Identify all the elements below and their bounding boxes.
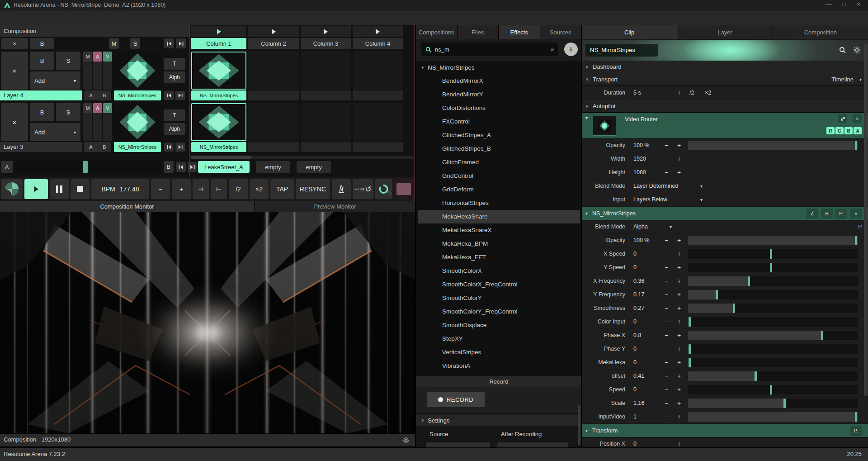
audio-toggle[interactable]: A (93, 103, 102, 113)
clip-slot-active[interactable] (191, 103, 246, 141)
deck-tab[interactable]: empty (297, 161, 331, 173)
search-icon[interactable] (839, 46, 846, 55)
beat-loop-button[interactable]: ↻ (375, 179, 392, 199)
effect-bypass-button[interactable]: B (821, 209, 833, 219)
parameter-value[interactable]: Alpha (633, 220, 648, 233)
video-toggle[interactable]: V (103, 52, 112, 62)
param-animation-button[interactable]: P. (859, 220, 863, 233)
parameter-slider[interactable] (688, 290, 858, 299)
assign-a-button[interactable]: A (89, 93, 92, 98)
increase-button[interactable]: + (674, 302, 684, 315)
clip-slot-empty[interactable] (301, 103, 351, 141)
properties-tab[interactable]: Layer (677, 25, 772, 39)
resync-button[interactable]: RESYNC (296, 179, 330, 199)
prev-column-button[interactable] (164, 38, 174, 48)
slider-handle[interactable] (821, 331, 823, 340)
parameter-value[interactable]: 0 (633, 261, 637, 274)
increase-button[interactable]: + (674, 261, 684, 274)
parameter-value[interactable]: 0.36 (633, 275, 644, 288)
deck-tab[interactable]: LeakeStreet_A (198, 161, 250, 173)
properties-scrollbar[interactable] (864, 43, 868, 396)
increase-button[interactable]: + (674, 288, 684, 301)
effect-list-item[interactable]: SmoothColorY_FreqControl (418, 305, 580, 318)
column-header[interactable]: Column 1 (191, 38, 246, 49)
deck-tab[interactable]: empty (256, 161, 290, 173)
channel-a-toggle[interactable]: A (854, 127, 862, 134)
decrease-button[interactable]: − (661, 397, 671, 410)
next-clip-button[interactable] (175, 91, 185, 100)
decrease-button[interactable]: − (661, 247, 671, 261)
clip-name-field[interactable]: NS_MirrorStripes (585, 44, 658, 57)
section-transport[interactable]: ▾ Transport Timeline ▾ (582, 73, 868, 86)
assign-a-button[interactable]: A (89, 144, 92, 150)
decrease-button[interactable]: − (661, 383, 671, 396)
slider-handle[interactable] (855, 412, 857, 422)
clip-name-empty[interactable] (353, 142, 403, 152)
effect-list-item[interactable]: HorizontalStripes (418, 196, 580, 210)
decrease-button[interactable]: − (661, 437, 671, 447)
layer-name[interactable]: Layer 4 (0, 90, 82, 100)
clip-name-empty[interactable] (353, 90, 403, 100)
clip-slot-empty[interactable] (353, 103, 403, 141)
browser-tab[interactable]: Sources (540, 25, 581, 39)
increase-button[interactable]: + (674, 370, 684, 383)
mute-toggle[interactable]: M (83, 52, 92, 62)
increase-button[interactable]: + (674, 247, 684, 261)
clip-name-empty[interactable] (248, 142, 299, 152)
slider-handle[interactable] (855, 141, 857, 150)
pause-button[interactable] (50, 179, 69, 199)
parameter-slider[interactable] (688, 317, 858, 327)
effect-list-item[interactable]: MekaHexa_BPM (418, 237, 580, 251)
parameter-value[interactable]: 0 (633, 383, 637, 396)
parameter-value[interactable]: 1080 (633, 166, 646, 179)
parameter-value[interactable]: Layer Determined (633, 180, 678, 193)
parameter-slider[interactable] (688, 344, 858, 354)
effect-list-item[interactable]: ColorDistortions (418, 101, 580, 115)
parameter-value[interactable]: 100 % (633, 234, 649, 247)
parameter-slider[interactable] (688, 249, 858, 259)
crossfader-a-button[interactable]: A (1, 161, 13, 173)
parameter-slider[interactable] (688, 358, 858, 367)
column-play-button[interactable] (248, 26, 299, 37)
slider-handle[interactable] (855, 236, 857, 245)
layer-solo-button[interactable]: S (56, 52, 80, 70)
column-play-button[interactable] (301, 26, 351, 37)
composition-bypass-button[interactable]: B (30, 38, 54, 49)
parameter-value[interactable]: 0 (633, 315, 637, 328)
increase-button[interactable]: + (674, 139, 684, 152)
increase-button[interactable]: + (674, 342, 684, 356)
duration-decrease[interactable]: − (661, 86, 671, 100)
effect-list-item[interactable]: SmoothColorY (418, 291, 580, 305)
parameter-slider[interactable] (688, 263, 858, 272)
layer-clear-button[interactable]: × (1, 103, 28, 141)
effect-list-item[interactable]: VibrationA (418, 359, 580, 373)
layer-audio-strip[interactable]: A (93, 103, 102, 141)
properties-tab[interactable]: Clip (582, 25, 677, 39)
increase-button[interactable]: + (674, 410, 684, 423)
layer-mute-strip[interactable]: M (83, 52, 92, 90)
metronome-dial-button[interactable] (1, 179, 23, 199)
source-dropdown[interactable] (426, 442, 490, 447)
layer-audio-strip[interactable]: A (93, 52, 102, 90)
effect-header[interactable]: ▾ NS_MirrorStripes ∠ B P. × (582, 207, 868, 220)
effect-list-item[interactable]: GridControl (418, 169, 580, 183)
composition-clear-button[interactable]: × (1, 38, 28, 49)
parameter-value[interactable]: Layers Below (633, 193, 667, 206)
parameter-value[interactable]: 0 (633, 247, 637, 261)
clip-slot-active[interactable] (191, 52, 246, 90)
duration-half-button[interactable]: /2 (689, 86, 694, 100)
search-input[interactable] (435, 46, 534, 53)
decrease-button[interactable]: − (661, 166, 671, 179)
bpm-decrease-button[interactable]: − (151, 179, 170, 199)
effect-preset-button[interactable]: P. (835, 209, 847, 219)
tab-preview-monitor[interactable]: Preview Monitor (255, 201, 415, 212)
parameter-slider[interactable] (688, 331, 858, 340)
parameter-slider[interactable] (688, 304, 858, 313)
parameter-value[interactable]: 0.8 (633, 329, 641, 342)
bpm-half-button[interactable]: /2 (229, 179, 248, 199)
increase-button[interactable]: + (674, 437, 684, 447)
composition-solo-button[interactable]: S (130, 38, 140, 49)
mute-toggle[interactable]: M (83, 103, 92, 113)
slider-handle[interactable] (716, 290, 718, 299)
next-clip-button[interactable] (175, 143, 185, 152)
